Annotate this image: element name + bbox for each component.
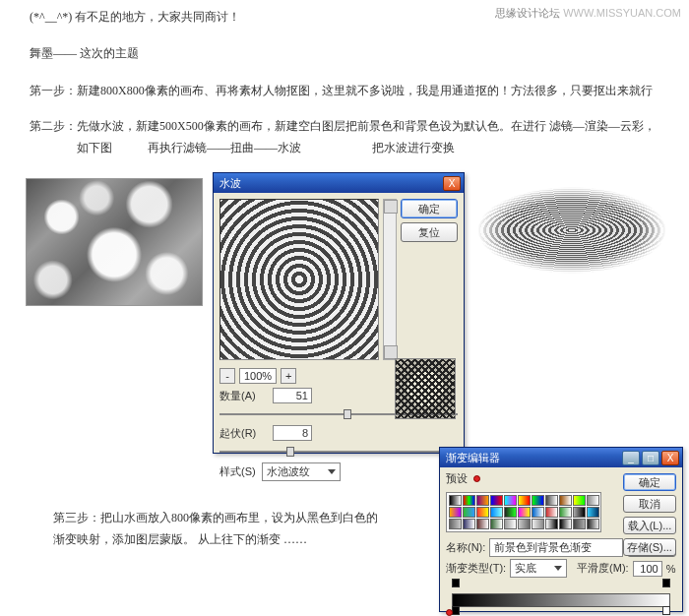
gradient-swatch[interactable] <box>463 495 475 506</box>
clouds-preview-image <box>26 178 203 306</box>
chevron-down-icon <box>328 469 336 474</box>
zoom-percent: 100% <box>239 368 277 384</box>
gradient-swatch[interactable] <box>559 519 572 529</box>
step-3: 第三步：把山水画放入800像素的画布里，设为从黑色到白色的渐变映射，添加图层蒙版… <box>53 508 388 550</box>
gradient-swatch[interactable] <box>518 519 531 529</box>
gradient-swatch[interactable] <box>449 495 462 506</box>
preview-scrollbar[interactable] <box>383 199 397 360</box>
gradient-swatch[interactable] <box>587 519 599 529</box>
gradient-swatch[interactable] <box>463 507 475 518</box>
minimize-button[interactable]: _ <box>622 451 640 465</box>
gradient-swatch[interactable] <box>463 519 475 529</box>
zoom-out-button[interactable]: - <box>219 368 235 384</box>
amount-label: 数量(A) <box>219 389 267 403</box>
dialog-titlebar[interactable]: 渐变编辑器 _ □ X <box>440 448 682 467</box>
style-label: 样式(S) <box>219 464 256 479</box>
gradient-swatch[interactable] <box>504 495 517 506</box>
gradient-editor-dialog: 渐变编辑器 _ □ X 预设 确定 取消 载入(L)... 存储(S)... 名… <box>439 447 683 612</box>
smooth-input[interactable]: 100 <box>633 561 662 577</box>
gradient-swatch[interactable] <box>504 507 517 518</box>
step2-text: 先做水波，新建500X500像素的画布，新建空白图层把前景色和背景色设为默认色。… <box>77 116 665 158</box>
filter-preview <box>219 199 379 360</box>
ridges-label: 起伏(R) <box>219 426 267 441</box>
color-stop[interactable] <box>452 606 460 615</box>
smooth-unit: % <box>666 563 676 575</box>
gradient-presets[interactable] <box>446 492 601 532</box>
dialog-titlebar[interactable]: 水波 X <box>214 173 464 193</box>
dialog-title: 渐变编辑器 <box>446 451 620 465</box>
gradient-swatch[interactable] <box>476 495 489 506</box>
step-2: 第二步： 先做水波，新建500X500像素的画布，新建空白图层把前景色和背景色设… <box>30 116 665 158</box>
style-thumbnail <box>395 358 456 419</box>
annotation-dot-icon <box>473 475 480 482</box>
ok-button[interactable]: 确定 <box>623 473 676 491</box>
gradient-swatch[interactable] <box>587 507 599 518</box>
gradient-swatch[interactable] <box>573 519 586 529</box>
zigzag-dialog: 水波 X 确定 复位 - 100% + 数量(A) 51 <box>213 172 465 454</box>
zoom-in-button[interactable]: + <box>281 368 296 384</box>
gradient-swatch[interactable] <box>573 495 586 506</box>
gradient-swatch[interactable] <box>545 507 558 518</box>
step-1: 第一步： 新建800X800像素的画布、再将素材人物抠图，这里就不多说啦，我是用… <box>30 81 665 102</box>
gradient-swatch[interactable] <box>449 507 462 518</box>
watermark-brand: 思缘设计论坛 <box>495 7 560 19</box>
type-select[interactable]: 实底 <box>510 559 567 578</box>
gradient-swatch[interactable] <box>545 519 558 529</box>
ridges-slider[interactable] <box>219 445 458 459</box>
chevron-down-icon <box>554 566 562 571</box>
cancel-button[interactable]: 复位 <box>401 222 458 242</box>
gradient-swatch[interactable] <box>504 519 517 529</box>
color-stop[interactable] <box>662 606 670 615</box>
load-button[interactable]: 载入(L)... <box>623 517 676 534</box>
step1-label: 第一步： <box>30 81 77 102</box>
gradient-swatch[interactable] <box>518 507 531 518</box>
gradient-swatch[interactable] <box>490 507 503 518</box>
type-label: 渐变类型(T): <box>446 561 506 576</box>
ok-button[interactable]: 确定 <box>401 199 458 218</box>
style-value: 水池波纹 <box>267 464 310 479</box>
step2-label: 第二步： <box>30 116 77 158</box>
gradient-swatch[interactable] <box>532 495 544 506</box>
watermark-url: WWW.MISSYUAN.COM <box>563 7 681 19</box>
name-label: 名称(N): <box>446 540 485 555</box>
gradient-swatch[interactable] <box>545 495 558 506</box>
gradient-swatch[interactable] <box>559 507 572 518</box>
step3-text: 把山水画放入800像素的画布里，设为从黑色到白色的渐变映射，添加图层蒙版。 从上… <box>53 511 378 546</box>
theme-text: 舞墨—— 这次的主题 <box>30 44 665 63</box>
gradient-swatch[interactable] <box>518 495 531 506</box>
maximize-button[interactable]: □ <box>642 451 659 465</box>
cancel-button[interactable]: 取消 <box>623 495 676 513</box>
style-select[interactable]: 水池波纹 <box>262 462 341 481</box>
gradient-swatch[interactable] <box>532 507 544 518</box>
gradient-swatch[interactable] <box>490 519 503 529</box>
opacity-stop[interactable] <box>452 579 460 587</box>
watermark: 思缘设计论坛 WWW.MISSYUAN.COM <box>495 6 681 21</box>
gradient-swatch[interactable] <box>449 519 462 529</box>
step1-text: 新建800X800像素的画布、再将素材人物抠图，这里就不多说啦，我是用通道抠的！… <box>77 81 665 102</box>
gradient-swatch[interactable] <box>573 507 586 518</box>
gradient-swatch[interactable] <box>490 495 503 506</box>
close-button[interactable]: X <box>661 451 679 465</box>
dialog-title: 水波 <box>219 176 441 191</box>
gradient-swatch[interactable] <box>476 519 489 529</box>
opacity-stop[interactable] <box>662 579 670 587</box>
step3-label: 第三步： <box>53 511 100 524</box>
gradient-swatch[interactable] <box>587 495 599 506</box>
amount-input[interactable]: 51 <box>273 388 312 403</box>
gradient-bar[interactable] <box>452 593 670 607</box>
ridges-input[interactable]: 8 <box>273 425 312 441</box>
gradient-swatch[interactable] <box>476 507 489 518</box>
annotation-dot-icon <box>446 609 453 616</box>
smooth-label: 平滑度(M): <box>577 561 629 576</box>
gradient-swatch[interactable] <box>532 519 544 529</box>
save-button[interactable]: 存储(S)... <box>623 538 676 556</box>
presets-label: 预设 <box>446 471 468 486</box>
gradient-swatch[interactable] <box>559 495 572 506</box>
name-input[interactable]: 前景色到背景色渐变 <box>489 538 623 557</box>
close-button[interactable]: X <box>443 176 461 191</box>
ripple-transformed-image <box>478 186 665 275</box>
